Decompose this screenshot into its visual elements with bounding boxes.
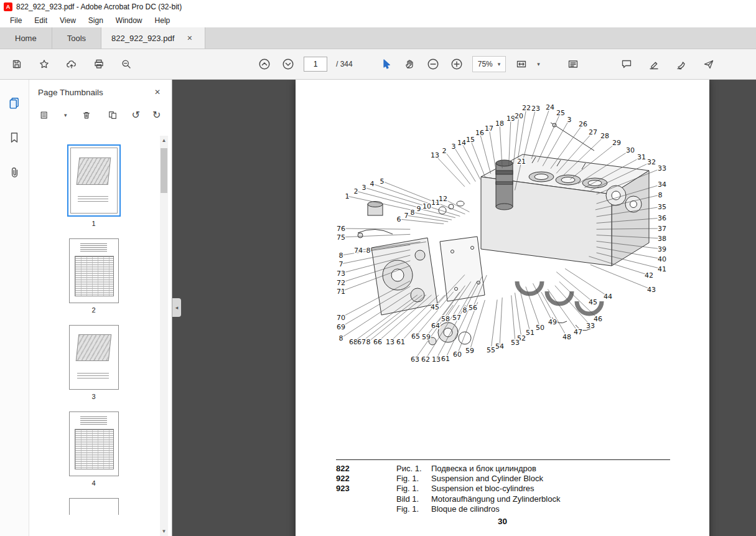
- svg-text:8: 8: [366, 247, 371, 255]
- options-chevron-icon[interactable]: ▾: [64, 112, 67, 118]
- rotate-cw-icon[interactable]: ↻: [152, 110, 161, 120]
- next-page-button[interactable]: [280, 55, 296, 73]
- plus-circle-icon: [450, 58, 463, 70]
- fit-width-chevron-icon[interactable]: ▾: [537, 61, 540, 67]
- svg-text:16: 16: [475, 129, 484, 137]
- zoom-out-button[interactable]: [425, 55, 441, 73]
- svg-text:72: 72: [337, 279, 345, 287]
- svg-text:45: 45: [589, 298, 597, 306]
- page-thumbnails-panel-button[interactable]: [5, 93, 24, 112]
- options-list-icon: [40, 110, 50, 120]
- page-thumbnails-panel: Page Thumbnails ✕ ▾ ↺ ↻: [29, 80, 172, 536]
- window-title: 822_922_923.pdf - Adobe Acrobat Pro DC (…: [16, 2, 182, 11]
- thumbnail-preview: [70, 239, 118, 303]
- scrollbar-thumb[interactable]: [161, 148, 167, 193]
- svg-text:1: 1: [345, 192, 350, 200]
- svg-text:3: 3: [567, 116, 572, 124]
- previous-page-button[interactable]: [256, 55, 273, 73]
- rotate-ccw-icon[interactable]: ↺: [132, 110, 140, 120]
- svg-text:40: 40: [658, 255, 666, 263]
- attachments-panel-button[interactable]: [5, 163, 24, 182]
- hand-tool-button[interactable]: [401, 55, 418, 73]
- fill-sign-button[interactable]: [673, 55, 689, 73]
- thumbnail-page-p5[interactable]: [69, 498, 119, 515]
- svg-text:71: 71: [337, 288, 345, 296]
- thumbnail-page-3[interactable]: 3: [69, 325, 119, 400]
- comment-button[interactable]: [618, 55, 635, 73]
- panel-scrollbar[interactable]: ▲ ▼: [160, 136, 168, 536]
- scroll-up-icon[interactable]: ▲: [160, 138, 168, 143]
- svg-text:19: 19: [506, 115, 515, 123]
- select-tool-button[interactable]: [378, 55, 394, 73]
- paperclip-icon: [8, 166, 21, 179]
- extract-pages-button[interactable]: [106, 108, 119, 123]
- print-button[interactable]: [91, 55, 107, 73]
- zoom-level-value: 75%: [478, 60, 493, 68]
- thumbnail-page-1[interactable]: 1: [67, 144, 121, 227]
- panel-close-icon[interactable]: ✕: [152, 87, 163, 98]
- tab-document[interactable]: 822_922_923.pdf ✕: [101, 27, 205, 49]
- svg-text:20: 20: [515, 112, 523, 120]
- favorites-button[interactable]: [36, 55, 52, 73]
- thumbnail-page-4[interactable]: 4: [69, 411, 119, 487]
- svg-text:21: 21: [517, 158, 526, 166]
- share-cloud-button[interactable]: [63, 55, 80, 73]
- svg-text:50: 50: [536, 324, 544, 332]
- thumbnail-number: 3: [91, 393, 95, 400]
- thumbnail-preview: [70, 148, 118, 214]
- scroll-down-icon[interactable]: ▼: [160, 529, 168, 534]
- tab-home[interactable]: Home: [0, 27, 52, 49]
- menu-help[interactable]: Help: [149, 15, 177, 26]
- save-button[interactable]: [9, 55, 25, 73]
- svg-text:32: 32: [647, 158, 656, 166]
- svg-text:61: 61: [396, 338, 405, 346]
- svg-text:34: 34: [658, 181, 666, 189]
- reading-mode-button[interactable]: [565, 55, 581, 73]
- svg-text:27: 27: [589, 128, 597, 136]
- menu-file[interactable]: File: [4, 15, 28, 26]
- thumbnail-page-2[interactable]: 2: [69, 238, 119, 314]
- menu-window[interactable]: Window: [110, 15, 149, 26]
- marquee-zoom-button[interactable]: [118, 55, 134, 73]
- thumbnail-options-button[interactable]: [38, 108, 52, 123]
- menu-edit[interactable]: Edit: [28, 15, 54, 26]
- comment-bubble-icon: [621, 59, 632, 70]
- reading-mode-icon: [567, 59, 579, 70]
- tab-tools[interactable]: Tools: [52, 27, 101, 49]
- delete-pages-button[interactable]: [80, 108, 93, 123]
- caption-row: 923Fig. 1.Suspension et bloc-cylindres: [336, 484, 672, 494]
- document-viewport[interactable]: ◂: [172, 80, 756, 536]
- send-for-signature-button[interactable]: [701, 55, 717, 73]
- svg-text:68: 68: [349, 338, 358, 346]
- fit-width-button[interactable]: [513, 55, 530, 73]
- caption-row: 822Рис. 1.Подвеска и блок цилиндров: [336, 464, 672, 474]
- svg-text:70: 70: [337, 314, 345, 322]
- page-number-input[interactable]: [304, 57, 327, 72]
- collapse-panel-handle[interactable]: ◂: [172, 298, 181, 317]
- menu-sign[interactable]: Sign: [82, 15, 110, 26]
- caption-row: 922Fig. 1.Suspension and Cylinder Block: [336, 474, 672, 484]
- acrobat-window: A 822_922_923.pdf - Adobe Acrobat Pro DC…: [0, 0, 756, 536]
- caption-row: Fig. 1.Bloque de cilindros: [336, 504, 672, 514]
- tab-close-icon[interactable]: ✕: [184, 33, 195, 44]
- highlight-button[interactable]: [646, 55, 662, 73]
- svg-text:7: 7: [404, 212, 409, 220]
- bookmarks-panel-button[interactable]: [5, 128, 24, 147]
- exploded-diagram: 1234576757488773727170698686786613616789…: [333, 88, 675, 375]
- menu-view[interactable]: View: [54, 15, 82, 26]
- svg-text:31: 31: [637, 153, 646, 161]
- svg-text:8: 8: [463, 306, 467, 314]
- navigation-rail: [0, 80, 29, 536]
- svg-text:54: 54: [495, 342, 504, 350]
- zoom-in-button[interactable]: [449, 55, 465, 73]
- zoom-level-select[interactable]: 75% ▾: [472, 56, 506, 72]
- svg-text:9: 9: [417, 205, 421, 213]
- thumbnail-preview: [70, 499, 118, 515]
- svg-text:63: 63: [411, 355, 419, 364]
- svg-text:33: 33: [586, 322, 595, 330]
- svg-text:42: 42: [645, 271, 653, 280]
- page-thumbnails-icon: [8, 96, 21, 109]
- thumbnail-preview: [70, 326, 118, 389]
- svg-text:15: 15: [466, 136, 475, 144]
- svg-text:3: 3: [452, 143, 456, 151]
